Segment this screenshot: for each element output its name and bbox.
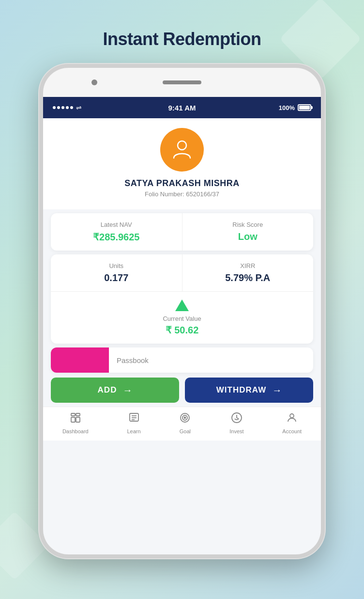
learn-label: Learn [127,428,141,434]
account-icon [286,412,298,426]
status-left: ⇌ [53,104,82,111]
signal-dot-3 [61,106,64,109]
battery-percentage: 100% [279,104,295,111]
status-right: 100% [279,104,311,111]
units-stat: Units 0.177 [51,254,182,291]
units-value: 0.177 [104,272,128,284]
phone-speaker [163,80,201,84]
invest-icon [231,412,243,426]
app-content: SATYA PRAKASH MISHRA Folio Number: 65201… [43,118,321,554]
withdraw-button[interactable]: WITHDRAW → [185,378,313,403]
xirr-label: XIRR [240,262,255,269]
status-time: 9:41 AM [168,104,196,112]
risk-value: Low [238,231,258,242]
svg-point-12 [290,414,294,418]
invest-label: Invest [229,428,243,434]
phone-top-bar [43,68,321,97]
withdraw-button-label: WITHDRAW [216,385,266,395]
battery-fill [299,106,310,110]
svg-point-0 [178,141,186,150]
action-buttons: ADD → WITHDRAW → [51,378,313,403]
withdraw-arrow-icon: → [272,385,282,396]
add-arrow-icon: → [122,385,132,396]
goal-icon [179,412,191,426]
signal-dots [53,106,73,109]
passbook-label[interactable]: Passbook [109,356,149,364]
learn-icon [128,412,140,426]
nav-item-invest[interactable]: Invest [225,409,248,437]
folio-number: Folio Number: 6520166/37 [145,190,219,198]
battery-icon [298,104,311,111]
units-label: Units [109,262,123,269]
xirr-value: 5.79% P.A [225,272,270,284]
phone-frame: ⇌ 9:41 AM 100% SATYA PRAKASH MISHRA Fol [39,64,325,558]
passbook-section[interactable]: Passbook [51,347,313,373]
phone-camera [91,79,97,85]
nav-item-account[interactable]: Account [277,409,306,437]
units-top-row: Units 0.177 XIRR 5.79% P.A [51,254,313,291]
user-avatar-icon [170,137,194,163]
signal-dot-5 [70,106,73,109]
svg-rect-2 [76,413,80,416]
triangle-up-icon [175,300,189,311]
svg-rect-4 [76,417,80,422]
account-label: Account [282,428,302,434]
avatar [160,128,204,172]
risk-label: Risk Score [232,221,263,228]
svg-rect-1 [71,413,75,416]
current-value-section: Current Value ₹ 50.62 [51,291,313,344]
xirr-stat: XIRR 5.79% P.A [182,254,314,291]
current-value-amount: ₹ 50.62 [166,324,199,336]
profile-section: SATYA PRAKASH MISHRA Folio Number: 65201… [43,118,321,209]
user-name: SATYA PRAKASH MISHRA [124,178,239,189]
nav-item-learn[interactable]: Learn [122,409,146,437]
units-card: Units 0.177 XIRR 5.79% P.A Current Value… [51,254,313,344]
svg-point-11 [184,417,186,418]
status-bar: ⇌ 9:41 AM 100% [43,97,321,118]
risk-stat: Risk Score Low [182,213,314,251]
signal-dot-4 [66,106,69,109]
dashboard-icon [70,412,81,426]
svg-rect-3 [71,417,75,422]
add-button-label: ADD [98,385,117,395]
bottom-nav: Dashboard Learn [43,407,321,441]
nav-value: ₹285.9625 [93,231,139,243]
signal-dot-2 [57,106,60,109]
nav-label: Latest NAV [101,221,132,228]
nav-item-dashboard[interactable]: Dashboard [58,409,93,437]
nav-stat: Latest NAV ₹285.9625 [51,213,182,251]
wifi-icon: ⇌ [76,104,82,111]
add-button[interactable]: ADD → [51,378,179,403]
page-title: Instant Redemption [103,29,261,49]
stats-card: Latest NAV ₹285.9625 Risk Score Low [51,213,313,251]
dashboard-label: Dashboard [62,428,89,434]
nav-item-goal[interactable]: Goal [174,409,196,437]
goal-label: Goal [180,428,191,434]
passbook-tab[interactable] [51,347,109,373]
signal-dot-1 [53,106,56,109]
current-value-label: Current Value [163,315,201,322]
